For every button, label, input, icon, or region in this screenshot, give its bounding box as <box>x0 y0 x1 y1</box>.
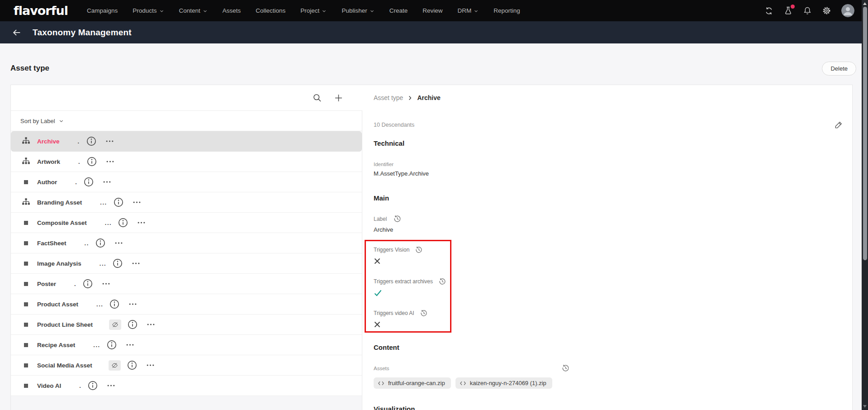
asset-type-row[interactable]: Recipe Asset ... <box>11 335 362 355</box>
asset-type-row[interactable]: Product Asset ... <box>11 294 362 315</box>
chevron-down-icon <box>474 9 479 14</box>
asset-type-row[interactable]: Poster . <box>11 274 362 294</box>
asset-chip[interactable]: fruitful-orange-can.zip <box>374 377 451 389</box>
truncated-text: ... <box>96 301 103 308</box>
label-field-label: Label <box>374 216 387 222</box>
history-icon[interactable] <box>420 309 428 317</box>
info-icon[interactable] <box>113 258 123 268</box>
asset-type-row[interactable]: Product Line Sheet <box>11 315 362 335</box>
asset-type-row[interactable]: Archive . <box>11 131 362 152</box>
more-menu-icon[interactable] <box>147 323 155 326</box>
back-arrow-icon[interactable] <box>12 28 22 38</box>
trigger-field: Triggers extract archives <box>374 277 509 297</box>
nav-item-project[interactable]: Project <box>300 7 327 14</box>
sync-icon[interactable] <box>764 6 773 15</box>
more-menu-icon[interactable] <box>106 160 114 163</box>
leaf-square-icon <box>24 282 28 286</box>
info-icon[interactable] <box>83 279 93 289</box>
asset-type-row[interactable]: FactSheet .. <box>11 233 362 253</box>
experiments-flask-icon[interactable] <box>783 6 793 15</box>
settings-gear-icon[interactable] <box>822 6 831 15</box>
info-icon[interactable] <box>109 299 119 309</box>
sort-dropdown[interactable]: Sort by Label <box>11 110 362 131</box>
more-menu-icon[interactable] <box>128 302 137 306</box>
asset-type-row[interactable]: Image Analysis ... <box>11 253 362 274</box>
info-icon[interactable] <box>107 340 117 350</box>
card-toolbar: Asset type Archive <box>11 85 852 110</box>
page-title: Taxonomy Management <box>33 28 132 38</box>
info-icon[interactable] <box>84 177 94 187</box>
chevron-down-icon <box>203 9 208 14</box>
scrollbar-thumb[interactable] <box>863 7 867 260</box>
page-scrollbar[interactable] <box>862 0 868 410</box>
leaf-square-icon <box>24 241 28 245</box>
nav-item-products[interactable]: Products <box>133 7 164 14</box>
asset-type-row[interactable]: Video AI . <box>11 376 362 396</box>
nav-item-create[interactable]: Create <box>389 7 408 14</box>
trigger-field: Triggers video AI <box>374 309 509 329</box>
leaf-square-icon <box>24 180 28 184</box>
history-icon[interactable] <box>438 277 446 286</box>
info-icon[interactable] <box>127 360 137 370</box>
taxonomy-card: Asset type Archive Sort by Label <box>10 85 853 410</box>
more-menu-icon[interactable] <box>105 139 114 143</box>
more-menu-icon[interactable] <box>133 200 141 204</box>
truncated-text: ... <box>105 219 112 226</box>
info-icon[interactable] <box>86 136 96 146</box>
history-icon[interactable] <box>561 364 570 372</box>
nav-item-reporting[interactable]: Reporting <box>493 7 520 14</box>
nav-item-campaigns[interactable]: Campaigns <box>87 7 118 14</box>
search-icon[interactable] <box>313 93 322 103</box>
nav-item-content[interactable]: Content <box>179 7 208 14</box>
asset-type-row[interactable]: Social Media Asset <box>11 355 362 376</box>
info-icon[interactable] <box>118 218 128 228</box>
sort-label: Sort by Label <box>20 118 55 124</box>
leaf-square-icon <box>24 221 28 225</box>
more-menu-icon[interactable] <box>107 384 115 387</box>
label-field-value: Archive <box>374 226 852 233</box>
nav-item-review[interactable]: Review <box>422 7 442 14</box>
info-icon[interactable] <box>88 381 98 391</box>
nav-item-publisher[interactable]: Publisher <box>342 7 374 14</box>
asset-type-row[interactable]: Composite Asset ... <box>11 213 362 233</box>
app-logo[interactable]: flavorful <box>14 4 68 18</box>
leaf-square-icon <box>24 323 28 327</box>
scrollbar-down-arrow[interactable] <box>863 405 867 408</box>
assets-label: Assets <box>374 366 389 371</box>
check-mark-icon <box>374 289 382 296</box>
info-icon[interactable] <box>128 319 138 329</box>
breadcrumb-parent[interactable]: Asset type <box>374 94 403 101</box>
user-avatar[interactable] <box>841 4 854 17</box>
more-menu-icon[interactable] <box>114 241 123 245</box>
info-icon[interactable] <box>95 238 105 248</box>
info-icon[interactable] <box>87 157 97 167</box>
history-icon[interactable] <box>415 246 423 254</box>
hierarchy-icon <box>21 157 31 166</box>
delete-button[interactable]: Delete <box>822 62 856 76</box>
nav-item-collections[interactable]: Collections <box>256 7 285 14</box>
add-plus-icon[interactable] <box>334 93 343 103</box>
more-menu-icon[interactable] <box>132 262 140 265</box>
leaf-square-icon <box>24 262 28 266</box>
asset-type-row[interactable]: Artwork . <box>11 152 362 172</box>
identifier-label: Identifier <box>374 162 852 167</box>
asset-type-row[interactable]: Branding Asset ... <box>11 192 362 213</box>
nav-item-assets[interactable]: Assets <box>223 7 241 14</box>
more-menu-icon[interactable] <box>102 282 110 286</box>
nav-item-drm[interactable]: DRM <box>457 7 479 14</box>
notifications-bell-icon[interactable] <box>803 6 812 15</box>
history-icon[interactable] <box>393 215 402 223</box>
more-menu-icon[interactable] <box>137 221 146 224</box>
x-mark-icon <box>374 257 381 265</box>
edit-pencil-icon[interactable] <box>834 120 843 129</box>
asset-chip[interactable]: kaizen-nguy-n-274069 (1).zip <box>455 377 552 389</box>
more-menu-icon[interactable] <box>146 363 155 367</box>
notification-dot <box>791 5 795 9</box>
asset-type-row[interactable]: Author . <box>11 172 362 192</box>
info-icon[interactable] <box>114 197 123 207</box>
truncated-text: .. <box>85 240 89 247</box>
scrollbar-up-arrow[interactable] <box>863 2 867 5</box>
more-menu-icon[interactable] <box>103 180 111 184</box>
page-header: Taxonomy Management <box>0 21 868 43</box>
more-menu-icon[interactable] <box>126 343 134 347</box>
